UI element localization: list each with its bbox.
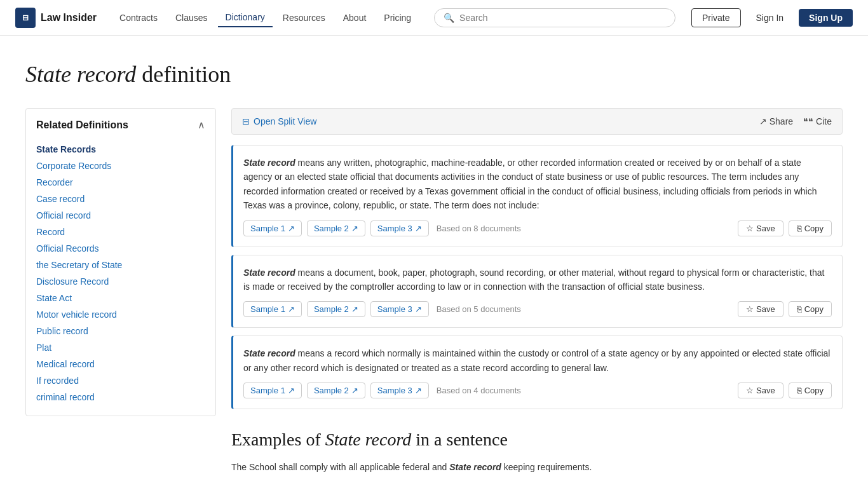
list-item: Medical record	[36, 356, 205, 372]
copy-label-1: Copy	[804, 224, 824, 233]
list-item: Case record	[36, 191, 205, 207]
copy-button-1[interactable]: ⎘ Copy	[789, 220, 832, 236]
search-icon: 🔍	[444, 13, 454, 23]
sidebar-item-state-records[interactable]: State Records	[36, 144, 96, 154]
based-on-3: Based on 4 documents	[437, 386, 733, 395]
copy-label-3: Copy	[804, 386, 824, 395]
definition-body-1: means any written, photographic, machine…	[243, 158, 817, 210]
cite-button[interactable]: ❝❝ Cite	[803, 116, 832, 126]
save-label-2: Save	[756, 304, 775, 314]
sidebar-item-state-act[interactable]: State Act	[36, 293, 72, 303]
nav-item-pricing[interactable]: Pricing	[376, 9, 419, 27]
sample1-button-2[interactable]: Sample 1 ↗	[243, 301, 302, 317]
examples-section: Examples of State record in a sentence T…	[231, 430, 843, 474]
sidebar-collapse-button[interactable]: ∧	[198, 119, 205, 131]
nav-item-resources[interactable]: Resources	[275, 9, 333, 27]
list-item: Motor vehicle record	[36, 306, 205, 323]
copy-button-2[interactable]: ⎘ Copy	[789, 301, 832, 317]
nav-item-contracts[interactable]: Contracts	[112, 9, 165, 27]
card-actions-2: ☆ Save ⎘ Copy	[738, 301, 832, 317]
sample2-button-2[interactable]: Sample 2 ↗	[307, 301, 365, 317]
private-button[interactable]: Private	[691, 8, 741, 27]
sidebar-item-official-record[interactable]: Official record	[36, 210, 91, 220]
copy-label-2: Copy	[804, 304, 824, 314]
sidebar-item-criminal-record[interactable]: criminal record	[36, 392, 95, 402]
sidebar-item-case-record[interactable]: Case record	[36, 194, 85, 204]
save-button-3[interactable]: ☆ Save	[738, 383, 783, 398]
sidebar-item-public-record[interactable]: Public record	[36, 326, 88, 336]
sample1-button-3[interactable]: Sample 1 ↗	[243, 383, 302, 398]
list-item: the Secretary of State	[36, 257, 205, 273]
sidebar-item-motor-vehicle-record[interactable]: Motor vehicle record	[36, 309, 117, 320]
external-link-icon: ↗	[415, 224, 422, 233]
list-item: Public record	[36, 323, 205, 339]
sidebar-item-disclosure-record[interactable]: Disclosure Record	[36, 276, 109, 287]
examples-sentence-end: keeping requirements.	[501, 462, 592, 472]
external-link-icon: ↗	[351, 386, 358, 395]
external-link-icon: ↗	[351, 224, 358, 233]
sample3-label-1: Sample 3	[377, 224, 412, 233]
main-layout: Related Definitions ∧ State Records Corp…	[25, 108, 843, 475]
nav-item-dictionary[interactable]: Dictionary	[218, 8, 273, 27]
signin-button[interactable]: Sign In	[746, 9, 794, 27]
save-button-2[interactable]: ☆ Save	[738, 301, 783, 317]
definition-card-1: State record means any written, photogra…	[231, 145, 843, 247]
share-label: Share	[770, 116, 793, 126]
sidebar-item-record[interactable]: Record	[36, 227, 65, 237]
sidebar-item-official-records[interactable]: Official Records	[36, 243, 99, 254]
sample3-label-2: Sample 3	[377, 304, 412, 314]
main-header: ⊟ Law Insider Contracts Clauses Dictiona…	[0, 0, 868, 36]
definition-term-1: State record	[243, 158, 295, 168]
examples-title-italic: State record	[325, 430, 412, 449]
sidebar-item-corporate-records[interactable]: Corporate Records	[36, 161, 111, 171]
sample3-button-2[interactable]: Sample 3 ↗	[370, 301, 429, 317]
definition-card-3: State record means a record which normal…	[231, 336, 843, 409]
examples-title-prefix: Examples of	[231, 430, 325, 449]
content-area: ⊟ Open Split View ↗ Share ❝❝ Cite	[231, 108, 843, 475]
list-item: If recorded	[36, 372, 205, 389]
definition-footer-2: Sample 1 ↗ Sample 2 ↗ Sample 3 ↗ Based o…	[243, 301, 832, 317]
save-button-1[interactable]: ☆ Save	[738, 220, 783, 236]
logo-icon: ⊟	[15, 8, 36, 28]
signup-button[interactable]: Sign Up	[799, 9, 853, 27]
sample2-button-1[interactable]: Sample 2 ↗	[307, 220, 365, 236]
copy-button-3[interactable]: ⎘ Copy	[789, 383, 832, 398]
external-link-icon: ↗	[415, 304, 422, 314]
sample2-button-3[interactable]: Sample 2 ↗	[307, 383, 365, 398]
split-view-button[interactable]: ⊟ Open Split View	[242, 116, 316, 126]
definition-text-2: State record means a document, book, pap…	[243, 266, 832, 294]
external-link-icon: ↗	[288, 386, 295, 395]
nav-item-about[interactable]: About	[336, 9, 374, 27]
based-on-2: Based on 5 documents	[437, 304, 733, 314]
sidebar-item-plat[interactable]: Plat	[36, 342, 51, 353]
sidebar-list: State Records Corporate Records Recorder…	[36, 141, 205, 405]
external-link-icon: ↗	[288, 224, 295, 233]
page-content: State record definition Related Definiti…	[0, 36, 868, 488]
list-item: Plat	[36, 339, 205, 356]
nav-item-clauses[interactable]: Clauses	[168, 9, 215, 27]
sample3-button-1[interactable]: Sample 3 ↗	[370, 220, 429, 236]
list-item: State Act	[36, 290, 205, 306]
save-label-3: Save	[756, 386, 775, 395]
sample1-button-1[interactable]: Sample 1 ↗	[243, 220, 302, 236]
sidebar-header: Related Definitions ∧	[36, 119, 205, 131]
share-button[interactable]: ↗ Share	[759, 116, 793, 126]
sample1-label-1: Sample 1	[250, 224, 285, 233]
sample3-button-3[interactable]: Sample 3 ↗	[370, 383, 429, 398]
cite-icon: ❝❝	[803, 116, 813, 126]
logo[interactable]: ⊟ Law Insider	[15, 8, 97, 28]
search-input[interactable]	[459, 13, 666, 23]
sidebar-item-if-recorded[interactable]: If recorded	[36, 376, 79, 386]
sidebar-item-medical-record[interactable]: Medical record	[36, 359, 95, 369]
list-item: Disclosure Record	[36, 273, 205, 290]
sidebar-item-secretary-of-state[interactable]: the Secretary of State	[36, 260, 122, 270]
based-on-1: Based on 8 documents	[437, 224, 733, 233]
page-title-rest: definition	[136, 62, 231, 87]
main-nav: Contracts Clauses Dictionary Resources A…	[112, 8, 419, 27]
sidebar-item-recorder[interactable]: Recorder	[36, 177, 73, 187]
star-icon: ☆	[746, 386, 754, 395]
cite-label: Cite	[816, 116, 832, 126]
sample2-label-3: Sample 2	[314, 386, 349, 395]
definition-text-1: State record means any written, photogra…	[243, 156, 832, 213]
examples-sentence: The School shall comply with all applica…	[231, 462, 449, 472]
